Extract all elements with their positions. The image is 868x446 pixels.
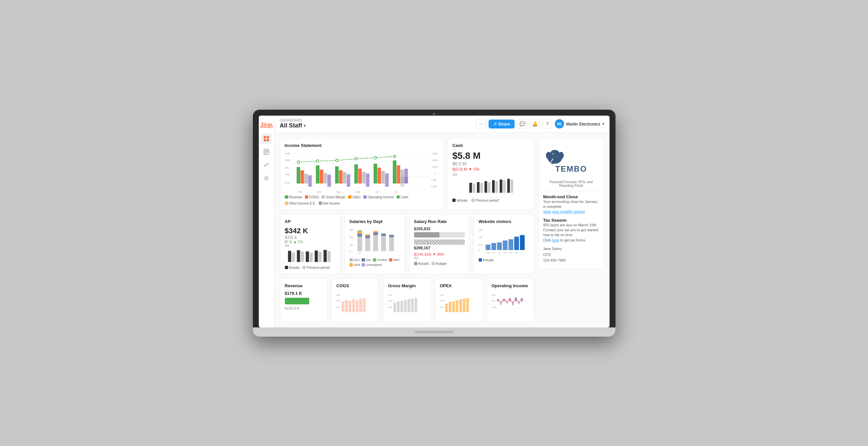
svg-text:Jan: Jan: [515, 251, 518, 253]
svg-text:240k: 240k: [285, 159, 290, 162]
revenue-title: Revenue: [285, 283, 323, 288]
gross-margin-title: Gross Margin: [388, 283, 426, 288]
svg-rect-44: [373, 164, 377, 183]
svg-rect-96: [358, 232, 362, 234]
salary-dept-legend: G&A Ops Product R&D S&M Unassigned: [349, 258, 400, 267]
svg-rect-45: [377, 168, 381, 183]
svg-rect-77: [507, 179, 510, 193]
svg-point-54: [297, 161, 299, 163]
more-options-button[interactable]: ···: [476, 119, 486, 129]
svg-rect-81: [297, 250, 300, 262]
svg-rect-47: [385, 173, 389, 187]
svg-text:Jul: Jul: [395, 190, 398, 193]
tembo-tax-link[interactable]: here: [552, 238, 559, 242]
svg-text:Jirav: Jirav: [260, 122, 273, 128]
svg-rect-135: [359, 299, 362, 312]
ap-title: AP: [285, 219, 336, 224]
legend-other-income: Other Income E.E.: [285, 202, 316, 205]
share-button[interactable]: ↗ Share: [489, 119, 515, 129]
sidebar-icon-dashboard[interactable]: [261, 133, 272, 144]
app-logo[interactable]: Jirav: [260, 119, 273, 129]
svg-rect-86: [318, 252, 322, 262]
dashboard-right: TEMBO Financial Forecast, KPIs, and Repo…: [538, 138, 604, 322]
svg-rect-39: [346, 174, 350, 187]
tembo-tax-text: IRS taxes are due on March 15th. Contact…: [543, 223, 599, 238]
svg-rect-34: [323, 173, 327, 183]
svg-rect-80: [292, 252, 295, 262]
cash-chart: [452, 176, 529, 196]
user-menu[interactable]: ME Martin Electronics ▾: [555, 119, 604, 129]
legend-cash: Cash: [397, 195, 408, 199]
user-chevron-icon: ▾: [602, 122, 604, 126]
svg-rect-5: [267, 139, 269, 141]
website-visitors-card: Website visitors 20k 13k 6.7k 0: [474, 214, 534, 274]
svg-text:1.4M: 1.4M: [440, 300, 444, 301]
sidebar-icon-analytics[interactable]: [261, 160, 272, 170]
svg-rect-146: [411, 299, 414, 312]
svg-text:Nov: Nov: [503, 251, 506, 253]
ap-legend: Actuals Previous period: [285, 266, 336, 269]
svg-rect-99: [365, 235, 370, 238]
ap-period: Jul: [285, 244, 336, 247]
svg-text:340k: 340k: [336, 294, 341, 296]
main-content: DASHBOARD All Staff ▾ ··· ↗ Share 💬: [275, 115, 610, 328]
svg-rect-38: [343, 172, 346, 183]
svg-rect-105: [381, 233, 386, 236]
chevron-down-icon[interactable]: ▾: [304, 124, 306, 128]
income-statement-title: Income Statement: [285, 143, 439, 148]
svg-rect-72: [488, 182, 491, 193]
svg-text:4.0M: 4.0M: [432, 159, 437, 162]
salary-run-period: Jul: [414, 256, 465, 260]
svg-text:480k: 480k: [492, 294, 496, 296]
notification-button[interactable]: 🔔: [530, 119, 540, 129]
revenue-value: $170.1 K: [285, 291, 323, 296]
svg-rect-71: [485, 181, 487, 193]
tembo-contact-phone: 123-456-7890: [543, 258, 599, 264]
svg-text:0: 0: [479, 249, 480, 251]
sidebar-icon-reports[interactable]: [261, 146, 272, 157]
svg-rect-46: [381, 171, 385, 183]
tembo-logo-section: TEMBO: [543, 143, 599, 177]
svg-point-10: [266, 177, 267, 179]
svg-text:May: May: [355, 190, 360, 193]
legend-opex: OpEx: [348, 195, 361, 199]
svg-rect-79: [288, 251, 291, 262]
cash-value: $5.8 M: [452, 150, 529, 161]
ap-change: $7 K ▲ 2%: [285, 240, 336, 244]
salary-run-change: $(148,333) ▼ 98%: [414, 252, 465, 256]
comment-button[interactable]: 💬: [517, 119, 527, 129]
svg-rect-82: [301, 251, 304, 262]
salary-run-rate-card: Salary Run Rate $150,833 $299,167: [409, 214, 470, 274]
legend-cogs: COGS: [305, 195, 319, 199]
revenue-prev: $156.0 K: [285, 306, 323, 310]
income-statement-chart: 410k 240k 67k 100k 270k 6.0M 4.0M 2.0M: [285, 150, 439, 193]
sidebar: Jirav: [259, 115, 275, 328]
svg-text:-470k: -470k: [492, 306, 496, 308]
svg-text:700k: 700k: [440, 306, 444, 308]
ap-card: AP $342 K $335 K $7 K ▲ 2% Jul: [280, 214, 341, 274]
cash-prev-value: $6.0 M: [452, 161, 529, 166]
svg-rect-106: [389, 237, 394, 251]
tembo-brand-name: TEMBO: [543, 164, 599, 174]
svg-rect-151: [445, 303, 448, 312]
tembo-month-end-link[interactable]: View your monthly reports: [543, 209, 599, 214]
help-button[interactable]: ?: [542, 119, 552, 129]
svg-rect-145: [407, 299, 410, 312]
sidebar-icon-settings[interactable]: [261, 173, 272, 183]
top-bar-left: DASHBOARD All Staff ▾: [280, 118, 306, 129]
svg-rect-88: [327, 251, 330, 262]
user-name: Martin Electronics: [566, 122, 600, 127]
legend-revenue: Revenue: [285, 195, 302, 199]
operating-income-card: Operating Income 480k 8.3k -470k: [487, 278, 534, 322]
svg-rect-101: [373, 235, 378, 251]
tembo-contact-section: Jane Dobry CFO 123-456-7890: [543, 246, 599, 264]
svg-rect-114: [486, 244, 490, 250]
svg-rect-107: [389, 235, 394, 237]
svg-rect-75: [500, 179, 502, 193]
cash-period: Jul: [452, 172, 529, 176]
tembo-contact-name: Jane Dobry: [543, 246, 599, 252]
svg-rect-119: [514, 237, 519, 250]
svg-rect-142: [397, 301, 400, 312]
svg-rect-68: [473, 183, 475, 193]
operating-income-chart: 480k 8.3k -470k: [492, 291, 529, 317]
